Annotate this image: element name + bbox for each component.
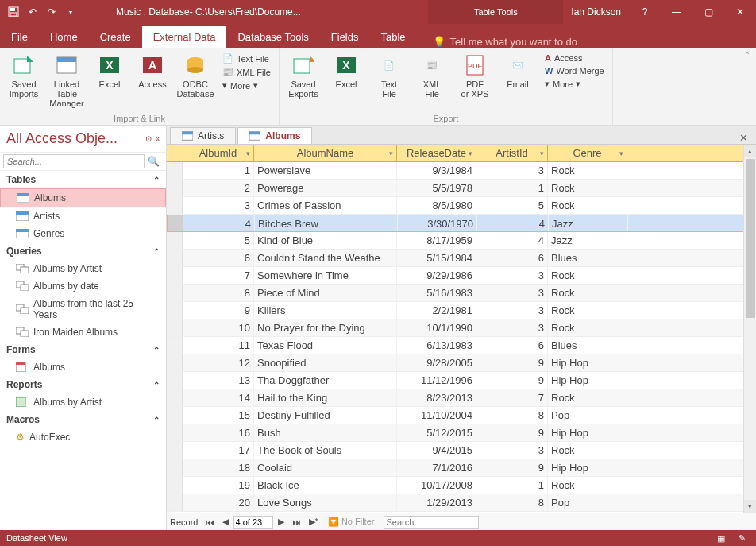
col-artistid[interactable]: ArtistId▾ [476, 145, 548, 161]
cell-albumid[interactable]: 11 [183, 337, 254, 354]
cell-albumid[interactable]: 5 [183, 232, 254, 249]
cell-artistid[interactable]: 9 [476, 354, 548, 371]
export-more-button[interactable]: ▾More ▾ [542, 78, 608, 90]
tab-database-tools[interactable]: Database Tools [226, 26, 319, 48]
nav-item-table[interactable]: Albums [0, 188, 166, 207]
cell-genre[interactable]: Hip Hop [548, 372, 627, 389]
cell-albumname[interactable]: Snoopified [254, 354, 397, 371]
nav-item-form[interactable]: Albums [0, 358, 166, 376]
first-record-button[interactable]: ⏮ [202, 517, 218, 527]
cell-genre[interactable]: Rock [548, 162, 627, 179]
cell-releasedate[interactable]: 2/2/1981 [397, 302, 476, 319]
cell-releasedate[interactable]: 11/10/2004 [397, 407, 476, 424]
nav-item-report[interactable]: Albums by Artist [0, 393, 166, 411]
cell-releasedate[interactable]: 6/13/1983 [397, 337, 476, 354]
cell-albumid[interactable]: 8 [183, 285, 254, 301]
import-text-file-button[interactable]: 📄Text File [219, 52, 274, 64]
cell-albumname[interactable]: Powerslave [254, 162, 397, 179]
table-row[interactable]: 9 Killers 2/2/1981 3 Rock [167, 302, 756, 319]
col-albumid[interactable]: AlbumId▾ [183, 145, 254, 161]
cell-releasedate[interactable]: 11/12/1996 [397, 372, 476, 389]
cell-artistid[interactable]: 9 [476, 372, 548, 389]
no-filter-label[interactable]: 🔽 No Filter [323, 517, 380, 527]
cell-genre[interactable]: Rock [548, 302, 627, 319]
row-selector[interactable] [167, 477, 183, 494]
row-selector[interactable] [167, 372, 183, 389]
save-icon[interactable] [5, 3, 22, 21]
nav-item-query[interactable]: Albums from the last 25 Years [0, 295, 166, 323]
cell-artistid[interactable]: 3 [476, 162, 548, 179]
table-row[interactable]: 16 Bush 5/12/2015 9 Hip Hop [167, 424, 756, 442]
table-row[interactable]: 17 The Book of Souls 9/4/2015 3 Rock [167, 442, 756, 459]
scroll-up-icon[interactable]: ▴ [744, 145, 756, 157]
row-selector[interactable] [167, 302, 183, 319]
nav-item-query[interactable]: Albums by Artist [0, 260, 166, 277]
cell-genre[interactable]: Pop [548, 407, 627, 424]
prev-record-button[interactable]: ◀ [219, 517, 232, 527]
tab-external-data[interactable]: External Data [142, 26, 227, 48]
row-selector[interactable] [167, 319, 183, 336]
nav-section-reports[interactable]: Reports⌃ [0, 376, 166, 393]
table-row[interactable]: 15 Destiny Fulfilled 11/10/2004 8 Pop [167, 407, 756, 424]
collapse-icon[interactable]: ⌃ [153, 176, 160, 184]
cell-albumid[interactable]: 12 [183, 354, 254, 371]
table-row[interactable]: 7 Somewhere in Time 9/29/1986 3 Rock [167, 267, 756, 285]
collapse-icon[interactable]: ⌃ [153, 247, 160, 256]
search-icon[interactable]: 🔍 [145, 156, 163, 167]
collapse-icon[interactable]: ⌃ [153, 381, 160, 389]
row-selector[interactable] [167, 424, 183, 441]
tab-fields[interactable]: Fields [320, 26, 370, 48]
help-button[interactable]: ? [629, 0, 661, 24]
export-text-button[interactable]: 📄Text File [370, 51, 408, 99]
row-selector[interactable] [167, 162, 183, 179]
minimize-button[interactable]: — [661, 0, 692, 24]
cell-artistid[interactable]: 8 [476, 407, 548, 424]
table-row[interactable]: 3 Crimes of Passion 8/5/1980 5 Rock [167, 197, 756, 215]
tab-create[interactable]: Create [89, 26, 142, 48]
cell-artistid[interactable]: 9 [476, 424, 548, 441]
table-row[interactable]: 8 Piece of Mind 5/16/1983 3 Rock [167, 285, 756, 302]
import-xml-file-button[interactable]: 📰XML File [219, 66, 274, 78]
cell-albumid[interactable]: 14 [183, 389, 254, 406]
cell-releasedate[interactable]: 8/17/1959 [397, 232, 476, 249]
import-more-button[interactable]: ▾More ▾ [219, 79, 274, 91]
cell-albumname[interactable]: Piece of Mind [254, 285, 397, 301]
tell-me-search[interactable]: 💡Tell me what you want to do [417, 36, 756, 48]
cell-albumid[interactable]: 18 [183, 459, 254, 476]
nav-item-table[interactable]: Genres [0, 225, 166, 242]
cell-albumname[interactable]: Texas Flood [254, 337, 397, 354]
dropdown-icon[interactable]: ▾ [619, 149, 623, 157]
cell-genre[interactable]: Hip Hop [548, 459, 627, 476]
row-selector[interactable] [167, 267, 183, 284]
doctab-albums[interactable]: Albums [237, 127, 312, 144]
cell-genre[interactable]: Rock [548, 267, 627, 284]
cell-albumname[interactable]: Kind of Blue [254, 232, 397, 249]
cell-albumname[interactable]: Hail to the King [254, 389, 397, 406]
cell-albumid[interactable]: 6 [183, 250, 254, 266]
tab-home[interactable]: Home [39, 26, 89, 48]
cell-artistid[interactable]: 4 [477, 215, 549, 231]
cell-albumid[interactable]: 10 [183, 319, 254, 336]
cell-releasedate[interactable]: 9/29/1986 [397, 267, 476, 284]
qat-more-icon[interactable]: ▾ [62, 3, 79, 21]
cell-artistid[interactable]: 6 [476, 337, 548, 354]
collapse-icon[interactable]: ⌃ [153, 346, 160, 354]
export-excel-button[interactable]: XExcel [327, 51, 365, 89]
nav-section-tables[interactable]: Tables⌃ [0, 171, 166, 188]
table-row[interactable]: 19 Black Ice 10/17/2008 1 Rock [167, 477, 756, 494]
cell-genre[interactable]: Rock [548, 319, 627, 336]
cell-albumname[interactable]: No Prayer for the Dying [254, 319, 397, 336]
cell-albumname[interactable]: Love Songs [254, 494, 397, 511]
nav-collapse-icon[interactable]: « [155, 134, 160, 143]
table-row[interactable]: 14 Hail to the King 8/23/2013 7 Rock [167, 389, 756, 407]
import-excel-button[interactable]: XExcel [91, 51, 129, 89]
cell-albumname[interactable]: Destiny Fulfilled [254, 407, 397, 424]
row-selector[interactable] [167, 180, 183, 196]
import-access-button[interactable]: AAccess [133, 51, 172, 89]
table-row[interactable]: 5 Kind of Blue 8/17/1959 4 Jazz [167, 232, 756, 250]
scroll-thumb[interactable] [746, 159, 755, 318]
cell-artistid[interactable]: 4 [476, 232, 548, 249]
cell-albumid[interactable]: 16 [183, 424, 254, 441]
cell-albumid[interactable]: 4 [183, 215, 255, 231]
close-tab-icon[interactable]: ✕ [731, 132, 756, 144]
